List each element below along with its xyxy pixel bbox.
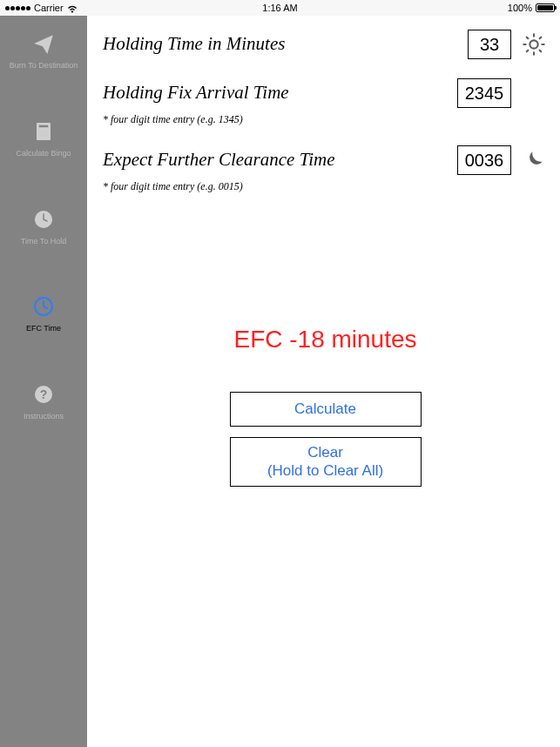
status-time: 1:16 AM (262, 3, 297, 13)
arrival-time-hint: * four digit time entry (e.g. 1345) (103, 113, 548, 126)
result-text: EFC -18 minutes (103, 326, 548, 353)
svg-point-6 (43, 134, 44, 136)
holding-time-label: Holding Time in Minutes (103, 33, 459, 55)
sidebar-item-label: Burn To Destination (10, 61, 78, 71)
clock-outline-icon (31, 294, 56, 319)
button-stack: Calculate Clear (Hold to Clear All) (103, 392, 548, 487)
moon-icon[interactable] (520, 146, 548, 174)
sidebar-item-label: Time To Hold (21, 237, 67, 246)
calculate-button[interactable]: Calculate (230, 392, 422, 427)
svg-text:?: ? (40, 387, 48, 401)
sidebar-item-time-to-hold[interactable]: Time To Hold (0, 207, 87, 246)
question-icon: ? (31, 382, 56, 407)
svg-point-7 (46, 134, 48, 136)
field-holding-time: Holding Time in Minutes (103, 30, 548, 59)
main-content: Holding Time in Minutes Holding Fix Arri… (87, 16, 560, 747)
svg-point-4 (46, 131, 48, 132)
app-frame: Burn To Destination Calculate Bingo Time… (0, 16, 560, 747)
sidebar-item-burn-to-destination[interactable]: Burn To Destination (0, 31, 87, 71)
arrival-time-input[interactable] (457, 78, 511, 108)
sidebar-item-instructions[interactable]: ? Instructions (0, 382, 87, 421)
efc-time-hint: * four digit time entry (e.g. 0015) (103, 180, 548, 193)
sidebar-item-label: Calculate Bingo (16, 149, 71, 158)
field-arrival-time: Holding Fix Arrival Time * four digit ti… (103, 78, 548, 126)
signal-icon (5, 6, 30, 10)
calculator-icon (31, 119, 56, 144)
paper-plane-icon (31, 31, 56, 56)
svg-point-12 (530, 40, 537, 48)
efc-time-label: Expect Further Clearance Time (103, 149, 449, 171)
status-right: 100% (508, 3, 555, 13)
sidebar-item-label: EFC Time (26, 324, 61, 333)
svg-point-2 (39, 131, 41, 132)
sidebar-item-calculate-bingo[interactable]: Calculate Bingo (0, 119, 87, 158)
svg-rect-1 (38, 124, 49, 128)
arrival-time-label: Holding Fix Arrival Time (103, 82, 449, 104)
sun-icon[interactable] (520, 30, 548, 58)
svg-point-3 (43, 131, 44, 132)
holding-time-input[interactable] (468, 30, 511, 59)
status-left: Carrier (5, 3, 78, 13)
svg-point-5 (39, 134, 41, 136)
sidebar-item-label: Instructions (24, 412, 64, 421)
clock-icon (31, 207, 56, 232)
clear-button[interactable]: Clear (Hold to Clear All) (230, 437, 422, 487)
status-bar: Carrier 1:16 AM 100% (0, 0, 560, 16)
wifi-icon (67, 4, 78, 12)
efc-time-input[interactable] (457, 145, 511, 175)
battery-pct: 100% (508, 3, 532, 13)
sidebar: Burn To Destination Calculate Bingo Time… (0, 16, 87, 747)
carrier-label: Carrier (34, 3, 64, 13)
sidebar-item-efc-time[interactable]: EFC Time (0, 294, 87, 333)
field-efc-time: Expect Further Clearance Time * four dig… (103, 145, 548, 193)
battery-icon (536, 3, 555, 12)
